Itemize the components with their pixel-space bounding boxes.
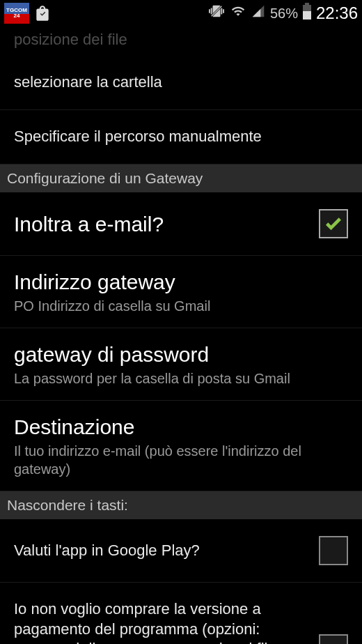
rate-app-item[interactable]: Valuti l'app in Google Play? — [0, 519, 362, 583]
signal-icon — [251, 4, 266, 22]
item-title: Io non voglio comprare la versione a pag… — [14, 599, 312, 644]
wifi-icon — [230, 4, 246, 22]
tgcom-text-bottom: 24 — [14, 13, 20, 19]
item-title: Inoltra a e-mail? — [14, 210, 312, 238]
item-subtitle: Il tuo indirizzo e-mail (può essere l'in… — [14, 442, 341, 478]
svg-rect-4 — [305, 3, 309, 5]
item-subtitle: La password per la casella di posta su G… — [14, 369, 341, 388]
status-right: 56% 22:36 — [207, 3, 358, 24]
item-title: gateway di password — [14, 341, 341, 368]
status-left: TGCOM 24 — [4, 3, 53, 24]
clock: 22:36 — [316, 3, 358, 23]
item-title: Indirizzo gateway — [14, 268, 341, 296]
shopping-bag-icon — [32, 3, 53, 24]
status-bar: TGCOM 24 56% 22:36 — [0, 0, 362, 26]
vibrate-icon — [207, 3, 226, 23]
forward-email-item[interactable]: Inoltra a e-mail? — [0, 192, 362, 256]
tgcom24-notification-icon: TGCOM 24 — [4, 3, 29, 24]
rate-app-checkbox[interactable] — [319, 536, 348, 565]
gateway-address-item[interactable]: Indirizzo gateway PO Indirizzo di casell… — [0, 256, 362, 328]
no-purchase-checkbox[interactable] — [319, 634, 348, 644]
specify-path-item[interactable]: Specificare il percorso manualmente — [0, 110, 362, 164]
section-header-hide-keys: Nascondere i tasti: — [0, 491, 362, 519]
item-subtitle: PO Indirizzo di casella su Gmail — [14, 297, 341, 315]
gateway-password-item[interactable]: gateway di password La password per la c… — [0, 328, 362, 401]
settings-list: posizione dei file selezionare la cartel… — [0, 26, 362, 644]
destination-item[interactable]: Destinazione Il tuo indirizzo e-mail (pu… — [0, 401, 362, 491]
item-title: Valuti l'app in Google Play? — [14, 541, 312, 561]
no-purchase-item[interactable]: Io non voglio comprare la versione a pag… — [0, 583, 362, 644]
item-title: Specificare il percorso manualmente — [14, 127, 341, 147]
battery-icon — [302, 3, 312, 24]
checkmark-icon — [324, 214, 343, 233]
select-folder-item[interactable]: selezionare la cartella — [0, 56, 362, 110]
partial-scrolled-item[interactable]: posizione dei file — [0, 26, 362, 56]
svg-rect-3 — [303, 11, 311, 20]
item-title: selezionare la cartella — [14, 72, 341, 93]
battery-percentage: 56% — [270, 6, 298, 22]
item-title: posizione dei file — [14, 31, 348, 49]
forward-email-checkbox[interactable] — [319, 209, 348, 238]
section-header-gateway: Configurazione di un Gateway — [0, 164, 362, 192]
item-title: Destinazione — [14, 413, 341, 440]
